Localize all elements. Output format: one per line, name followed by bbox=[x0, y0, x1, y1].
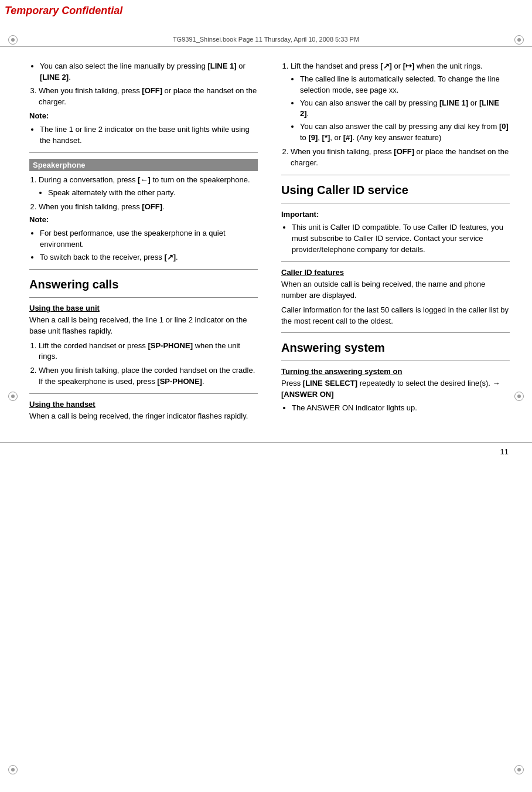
sp-step-1-bullet-1: Speak alternately with the other party. bbox=[48, 188, 258, 199]
divider-5 bbox=[281, 175, 510, 175]
page-header-text: TG9391_Shinsei.book Page 11 Thursday, Ap… bbox=[173, 36, 359, 43]
speakerphone-header: Speakerphone bbox=[29, 159, 258, 171]
sp-step-1-bullets: Speak alternately with the other party. bbox=[48, 188, 258, 199]
important-bullets: This unit is Caller ID compatible. To us… bbox=[281, 222, 510, 256]
note-bullet-item: The line 1 or line 2 indicator on the ba… bbox=[40, 124, 258, 147]
right-column: Lift the handset and press [↗] or [↦] wh… bbox=[270, 59, 510, 424]
watermark-label: Temporary Confidential bbox=[5, 5, 122, 17]
sp-step-2: When you finish talking, press [OFF]. bbox=[39, 202, 258, 213]
turning-on-body: Press [LINE SELECT] repeatedly to select… bbox=[281, 378, 510, 400]
using-base-unit-body: When a call is being received, the line … bbox=[29, 315, 258, 337]
page-number: 11 bbox=[0, 442, 532, 461]
hs1-bullet-2: You can also answer the call by pressing… bbox=[300, 98, 510, 120]
answer-on-bullet: The ANSWER ON indicator lights up. bbox=[292, 403, 510, 414]
intro-bullet-item: You can also select the line manually by… bbox=[40, 61, 258, 83]
hs1-bullet-1: The called line is automatically selecte… bbox=[300, 74, 510, 96]
answer-on-bullets: The ANSWER ON indicator lights up. bbox=[281, 403, 510, 414]
important-bullet-1: This unit is Caller ID compatible. To us… bbox=[292, 222, 510, 256]
divider-8 bbox=[281, 332, 510, 333]
answering-calls-title: Answering calls bbox=[29, 278, 258, 291]
handset-step-1-bullets: The called line is automatically selecte… bbox=[300, 74, 510, 144]
intro-bullet-list: You can also select the line manually by… bbox=[29, 61, 258, 83]
sp-note-bullet-2: To switch back to the receiver, press [↗… bbox=[40, 252, 258, 263]
hs1-bullet-3: You can also answer the call by pressing… bbox=[300, 121, 510, 144]
sp-step-1: During a conversation, press [←] to turn… bbox=[39, 175, 258, 199]
using-base-unit-title: Using the base unit bbox=[29, 304, 258, 312]
page-header: TG9391_Shinsei.book Page 11 Thursday, Ap… bbox=[0, 32, 532, 47]
step3-item: When you finish talking, press [OFF] or … bbox=[39, 86, 258, 108]
sp-note-bullets: For best performance, use the speakerpho… bbox=[29, 228, 258, 263]
divider-9 bbox=[281, 361, 510, 361]
divider-1 bbox=[29, 152, 258, 153]
caller-id-body-2: Caller information for the last 50 calle… bbox=[281, 305, 510, 327]
left-column: You can also select the line manually by… bbox=[29, 59, 270, 424]
base-unit-steps: Lift the corded handset or press [SP-PHO… bbox=[39, 341, 258, 387]
divider-2 bbox=[29, 269, 258, 270]
note-label: Note: bbox=[29, 111, 258, 122]
caller-id-title: Using Caller ID service bbox=[281, 183, 510, 197]
speakerphone-steps: During a conversation, press [←] to turn… bbox=[39, 175, 258, 213]
sp-note-bullet-1: For best performance, use the speakerpho… bbox=[40, 228, 258, 250]
base-unit-step-2: When you finish talking, place the corde… bbox=[39, 365, 258, 387]
divider-4 bbox=[29, 393, 258, 394]
divider-6 bbox=[281, 203, 510, 203]
divider-3 bbox=[29, 297, 258, 298]
step3-list: When you finish talking, press [OFF] or … bbox=[39, 86, 258, 108]
caller-id-features-label: Caller ID features bbox=[281, 268, 510, 277]
using-handset-title: Using the handset bbox=[29, 400, 258, 409]
important-label: Important: bbox=[281, 209, 510, 220]
sp-note-label: Note: bbox=[29, 215, 258, 226]
handset-steps: Lift the handset and press [↗] or [↦] wh… bbox=[291, 61, 510, 169]
handset-step-2: When you finish talking, press [OFF] or … bbox=[291, 147, 510, 169]
turning-on-title: Turning the answering system on bbox=[281, 367, 510, 376]
handset-step-1: Lift the handset and press [↗] or [↦] wh… bbox=[291, 61, 510, 144]
caller-id-body-1: When an outside call is being received, … bbox=[281, 279, 510, 301]
base-unit-step-1: Lift the corded handset or press [SP-PHO… bbox=[39, 341, 258, 363]
answering-system-title: Answering system bbox=[281, 341, 510, 355]
note-bullet-list: The line 1 or line 2 indicator on the ba… bbox=[29, 124, 258, 147]
divider-7 bbox=[281, 261, 510, 262]
using-handset-body: When a call is being received, the ringe… bbox=[29, 411, 258, 422]
